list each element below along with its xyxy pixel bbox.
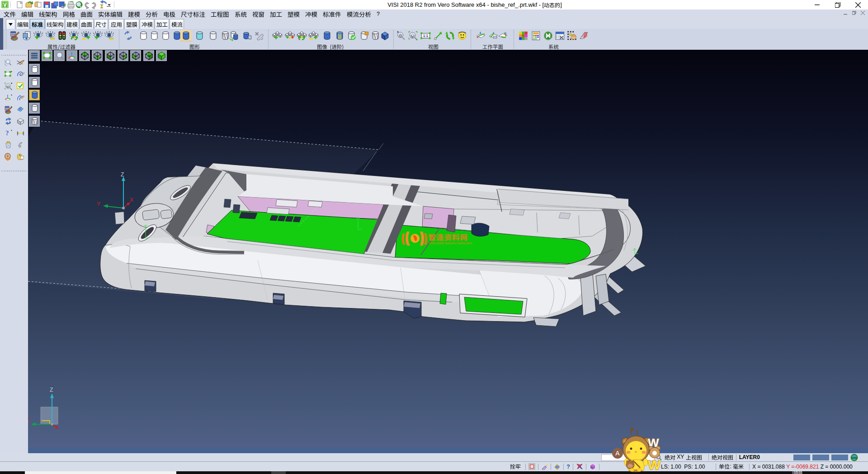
svg-text:1:1: 1:1 xyxy=(423,33,429,38)
svg-text:INTELLIGENT MANUFACTURING DATA: INTELLIGENT MANUFACTURING DATA xyxy=(429,242,472,245)
svg-text:Z: Z xyxy=(121,171,124,178)
svg-text:?: ? xyxy=(5,129,9,137)
svg-text:X: X xyxy=(130,197,133,203)
svg-text:Z: Z xyxy=(50,387,53,393)
svg-text:W: W xyxy=(648,457,661,472)
svg-text:A: A xyxy=(615,450,620,457)
svg-text:Y: Y xyxy=(97,201,100,207)
svg-text:Y: Y xyxy=(28,417,30,424)
